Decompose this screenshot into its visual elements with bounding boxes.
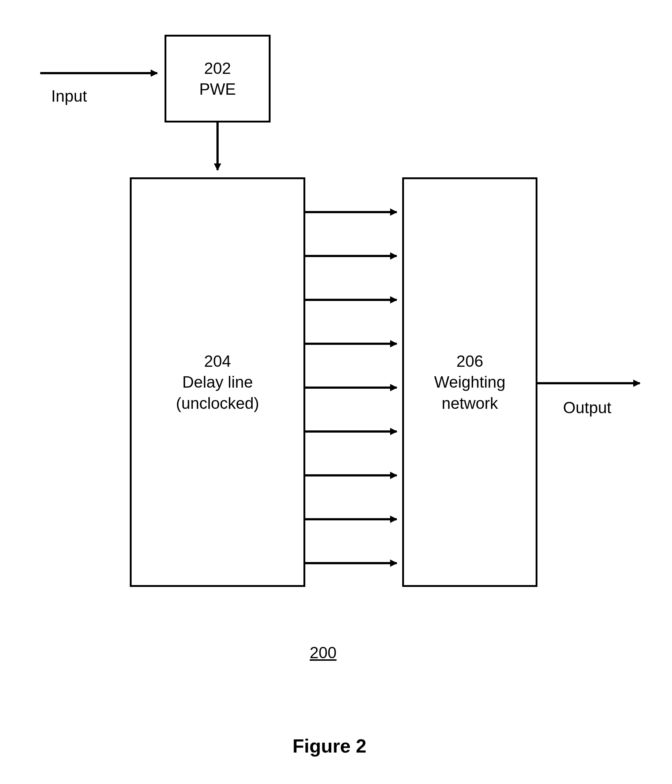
delay-line-id: 204 [204, 351, 231, 372]
tap-arrow-7 [305, 472, 408, 479]
weighting-id: 206 [456, 351, 483, 372]
tap-arrow-3 [305, 296, 408, 303]
diagram-canvas: Input 202 PWE 204 Delay line (unclocked)… [0, 0, 672, 784]
pwe-name: PWE [199, 79, 236, 100]
output-label: Output [563, 398, 611, 417]
delay-line-name2: (unclocked) [176, 393, 259, 414]
tap-arrow-2 [305, 252, 408, 260]
tap-arrow-8 [305, 516, 408, 523]
tap-arrow-9 [305, 560, 408, 567]
input-label: Input [51, 87, 87, 105]
tap-arrow-1 [305, 208, 408, 216]
figure-caption: Figure 2 [292, 735, 366, 757]
figure-number: 200 [310, 644, 336, 662]
delay-line-block: 204 Delay line (unclocked) [130, 177, 305, 587]
weighting-name1: Weighting [434, 372, 506, 392]
weighting-name2: network [442, 393, 498, 414]
tap-arrow-4 [305, 340, 408, 347]
weighting-block: 206 Weighting network [402, 177, 537, 587]
pwe-block: 202 PWE [165, 35, 271, 123]
tap-arrow-6 [305, 428, 408, 435]
tap-arrow-5 [305, 384, 408, 391]
delay-line-name1: Delay line [182, 372, 253, 392]
pwe-id: 202 [204, 58, 231, 79]
arrow-output [537, 376, 647, 390]
arrow-input-to-pwe [40, 66, 165, 81]
arrow-pwe-to-delay [210, 123, 225, 177]
